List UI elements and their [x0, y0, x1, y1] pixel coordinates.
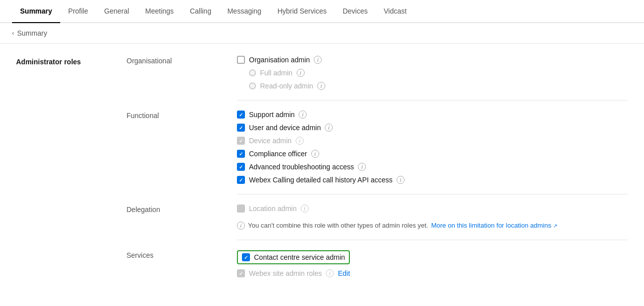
- full-admin-row: Full admin i: [237, 69, 628, 77]
- divider-2: [237, 194, 628, 194]
- tab-vidcast[interactable]: Vidcast: [375, 0, 415, 23]
- functional-items: ✓ Support admin i ✓ User and device admi…: [237, 111, 628, 184]
- webex-site-admin-info-icon[interactable]: i: [326, 269, 334, 277]
- tab-general[interactable]: General: [96, 0, 138, 23]
- contact-centre-admin-row: ✓ Contact centre service admin: [237, 250, 628, 264]
- compliance-officer-checkbox[interactable]: ✓: [237, 150, 245, 158]
- tab-messaging[interactable]: Messaging: [219, 0, 270, 23]
- support-admin-row: ✓ Support admin i: [237, 111, 628, 119]
- delegation-notice-row: i You can't combine this role with other…: [237, 222, 628, 230]
- support-admin-label: Support admin: [249, 111, 295, 119]
- webex-site-admin-checkbox[interactable]: ✓: [237, 269, 245, 277]
- org-admin-info-icon[interactable]: i: [314, 56, 322, 64]
- functional-group: Functional ✓ Support admin i ✓ User and …: [126, 111, 628, 184]
- org-admin-row: Organisation admin i: [237, 56, 628, 64]
- location-admin-checkbox[interactable]: [237, 205, 245, 213]
- user-device-admin-row: ✓ User and device admin i: [237, 124, 628, 132]
- full-admin-label: Full admin: [260, 69, 293, 77]
- webex-site-admin-label: Webex site admin roles: [249, 269, 322, 277]
- device-admin-check-icon: ✓: [239, 138, 243, 144]
- admin-roles-title: Administrator roles: [16, 56, 126, 281]
- back-chevron-icon[interactable]: ‹: [12, 30, 14, 37]
- divider-1: [237, 100, 628, 100]
- location-admin-info-icon[interactable]: i: [301, 205, 309, 213]
- advanced-troubleshooting-label: Advanced troubleshooting access: [249, 163, 354, 171]
- read-only-admin-radio[interactable]: [249, 82, 256, 89]
- organisational-items: Organisation admin i Full admin i Read-o…: [237, 56, 628, 90]
- compliance-officer-check-icon: ✓: [239, 151, 243, 157]
- tab-hybrid-services[interactable]: Hybrid Services: [270, 0, 335, 23]
- webex-site-admin-check-icon: ✓: [239, 271, 243, 276]
- tab-meetings[interactable]: Meetings: [137, 0, 182, 23]
- tab-calling[interactable]: Calling: [182, 0, 219, 23]
- delegation-notice-link[interactable]: More on this limitation for location adm…: [431, 222, 557, 229]
- full-admin-info-icon[interactable]: i: [297, 69, 305, 77]
- delegation-label: Delegation: [126, 205, 237, 230]
- full-admin-radio[interactable]: [249, 69, 256, 76]
- advanced-troubleshooting-row: ✓ Advanced troubleshooting access i: [237, 163, 628, 171]
- organisational-label: Organisational: [126, 56, 237, 90]
- support-admin-check-icon: ✓: [239, 112, 243, 118]
- contact-centre-admin-label: Contact centre service admin: [254, 253, 345, 261]
- functional-label: Functional: [126, 111, 237, 184]
- webex-calling-history-info-icon[interactable]: i: [397, 176, 405, 184]
- contact-centre-highlight: ✓ Contact centre service admin: [237, 250, 350, 264]
- delegation-notice-text: You can't combine this role with other t…: [248, 222, 428, 229]
- services-items: ✓ Contact centre service admin ✓ Webex s…: [237, 250, 628, 277]
- admin-roles-body: Organisational Organisation admin i Full…: [126, 56, 628, 281]
- webex-site-admin-edit-link[interactable]: Edit: [338, 269, 350, 277]
- main-content: Administrator roles Organisational Organ…: [0, 44, 644, 293]
- top-nav: Summary Profile General Meetings Calling…: [0, 0, 644, 23]
- location-admin-label: Location admin: [249, 205, 297, 213]
- compliance-officer-row: ✓ Compliance officer i: [237, 150, 628, 158]
- notice-info-icon: i: [237, 222, 245, 230]
- advanced-troubleshooting-checkbox[interactable]: ✓: [237, 163, 245, 171]
- delegation-items: Location admin i i You can't combine thi…: [237, 205, 628, 230]
- device-admin-info-icon[interactable]: i: [296, 137, 304, 145]
- divider-3: [237, 240, 628, 240]
- user-device-admin-checkbox[interactable]: ✓: [237, 124, 245, 132]
- read-only-admin-row: Read-only admin i: [237, 82, 628, 90]
- services-group: Services ✓ Contact centre service admin …: [126, 250, 628, 277]
- webex-site-admin-row: ✓ Webex site admin roles i Edit: [237, 269, 628, 277]
- tab-devices[interactable]: Devices: [335, 0, 376, 23]
- webex-calling-history-label: Webex Calling detailed call history API …: [249, 176, 393, 184]
- webex-calling-history-checkbox[interactable]: ✓: [237, 176, 245, 184]
- support-admin-info-icon[interactable]: i: [299, 111, 307, 119]
- tab-profile[interactable]: Profile: [60, 0, 96, 23]
- compliance-officer-label: Compliance officer: [249, 150, 307, 158]
- user-device-admin-check-icon: ✓: [239, 125, 243, 131]
- compliance-officer-info-icon[interactable]: i: [311, 150, 319, 158]
- org-admin-checkbox[interactable]: [237, 56, 245, 64]
- read-only-admin-label: Read-only admin: [260, 82, 313, 90]
- device-admin-row: ✓ Device admin i: [237, 137, 628, 145]
- user-device-admin-info-icon[interactable]: i: [325, 124, 333, 132]
- device-admin-checkbox[interactable]: ✓: [237, 137, 245, 145]
- contact-centre-admin-checkbox[interactable]: ✓: [242, 253, 250, 261]
- advanced-troubleshooting-info-icon[interactable]: i: [358, 163, 366, 171]
- external-link-icon: ↗: [553, 223, 557, 229]
- webex-calling-history-check-icon: ✓: [239, 177, 243, 183]
- services-label: Services: [126, 250, 237, 277]
- webex-calling-history-row: ✓ Webex Calling detailed call history AP…: [237, 176, 628, 184]
- read-only-admin-info-icon[interactable]: i: [317, 82, 325, 90]
- location-admin-row: Location admin i: [237, 205, 628, 213]
- tab-summary[interactable]: Summary: [12, 0, 60, 23]
- organisational-group: Organisational Organisation admin i Full…: [126, 56, 628, 90]
- support-admin-checkbox[interactable]: ✓: [237, 111, 245, 119]
- contact-centre-admin-check-icon: ✓: [244, 255, 248, 260]
- breadcrumb-label: Summary: [17, 29, 47, 37]
- user-device-admin-label: User and device admin: [249, 124, 321, 132]
- org-admin-label: Organisation admin: [249, 56, 310, 64]
- admin-roles-section: Administrator roles Organisational Organ…: [16, 56, 628, 281]
- delegation-group: Delegation Location admin i i You can't …: [126, 205, 628, 230]
- delegation-notice-link-text: More on this limitation for location adm…: [431, 222, 551, 229]
- device-admin-label: Device admin: [249, 137, 292, 145]
- advanced-troubleshooting-check-icon: ✓: [239, 164, 243, 170]
- breadcrumb: ‹ Summary: [0, 23, 644, 44]
